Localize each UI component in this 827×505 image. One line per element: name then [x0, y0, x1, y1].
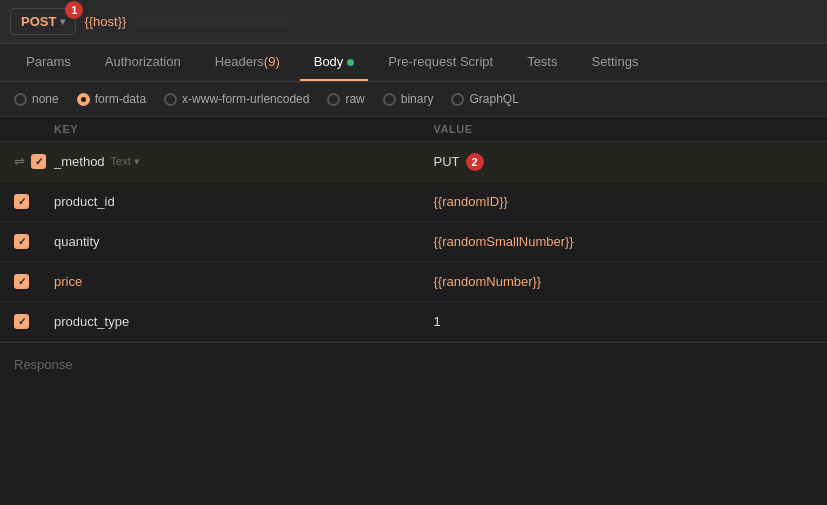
type-badge-1[interactable]: Text ▾ — [111, 155, 140, 168]
radio-urlencoded[interactable]: x-www-form-urlencoded — [164, 92, 309, 106]
table-row: ⇌ _method Text ▾ PUT 2 — [0, 142, 827, 182]
tab-params[interactable]: Params — [12, 44, 85, 81]
col-key-header: KEY — [54, 123, 434, 135]
value-cell-4: {{randomNumber}} — [434, 274, 814, 289]
table-row: product_type 1 — [0, 302, 827, 342]
table-row: quantity {{randomSmallNumber}} — [0, 222, 827, 262]
radio-label-graphql: GraphQL — [469, 92, 518, 106]
url-blurred: ········································… — [134, 14, 817, 29]
value-cell-1: PUT 2 — [434, 153, 814, 171]
radio-raw[interactable]: raw — [327, 92, 364, 106]
radio-binary[interactable]: binary — [383, 92, 434, 106]
row-controls — [14, 274, 54, 289]
radio-label-none: none — [32, 92, 59, 106]
value-text-4: {{randomNumber}} — [434, 274, 542, 289]
value-text-2: {{randomID}} — [434, 194, 508, 209]
body-active-dot — [347, 59, 354, 66]
key-text-3: quantity — [54, 234, 100, 249]
row-controls — [14, 234, 54, 249]
table-row: price {{randomNumber}} — [0, 262, 827, 302]
headers-count: (9) — [264, 54, 280, 69]
url-bar: POST ▾ 1 {{host}} ······················… — [0, 0, 827, 44]
radio-label-form-data: form-data — [95, 92, 146, 106]
method-dropdown[interactable]: POST ▾ 1 — [10, 8, 76, 35]
checkbox-3[interactable] — [14, 234, 29, 249]
tab-headers[interactable]: Headers(9) — [201, 44, 294, 81]
tab-prerequest[interactable]: Pre-request Script — [374, 44, 507, 81]
row-controls — [14, 194, 54, 209]
table-area: KEY VALUE ⇌ _method Text ▾ PUT 2 product… — [0, 117, 827, 342]
radio-circle-form-data — [77, 93, 90, 106]
checkbox-2[interactable] — [14, 194, 29, 209]
table-header: KEY VALUE — [0, 117, 827, 142]
row-controls: ⇌ — [14, 154, 54, 169]
value-text-1: PUT — [434, 154, 460, 169]
value-text-5: 1 — [434, 314, 441, 329]
response-label: Response — [14, 357, 73, 372]
key-text-2: product_id — [54, 194, 115, 209]
tune-icon[interactable]: ⇌ — [14, 154, 25, 169]
key-cell-3: quantity — [54, 234, 434, 249]
radio-label-binary: binary — [401, 92, 434, 106]
radio-circle-urlencoded — [164, 93, 177, 106]
tabs-row: Params Authorization Headers(9) Body Pre… — [0, 44, 827, 82]
value-cell-3: {{randomSmallNumber}} — [434, 234, 814, 249]
key-text-4: price — [54, 274, 82, 289]
row-controls — [14, 314, 54, 329]
tab-settings[interactable]: Settings — [577, 44, 652, 81]
checkbox-1[interactable] — [31, 154, 46, 169]
value-cell-2: {{randomID}} — [434, 194, 814, 209]
key-cell-5: product_type — [54, 314, 434, 329]
key-text-5: product_type — [54, 314, 129, 329]
value-text-3: {{randomSmallNumber}} — [434, 234, 574, 249]
radio-label-raw: raw — [345, 92, 364, 106]
key-cell-2: product_id — [54, 194, 434, 209]
radio-label-urlencoded: x-www-form-urlencoded — [182, 92, 309, 106]
body-type-row: none form-data x-www-form-urlencoded raw… — [0, 82, 827, 117]
radio-graphql[interactable]: GraphQL — [451, 92, 518, 106]
key-cell-1: _method Text ▾ — [54, 154, 434, 169]
badge-2: 2 — [466, 153, 484, 171]
checkbox-4[interactable] — [14, 274, 29, 289]
response-section: Response — [0, 342, 827, 386]
table-row: product_id {{randomID}} — [0, 182, 827, 222]
radio-circle-raw — [327, 93, 340, 106]
radio-circle-binary — [383, 93, 396, 106]
radio-circle-none — [14, 93, 27, 106]
checkbox-5[interactable] — [14, 314, 29, 329]
radio-none[interactable]: none — [14, 92, 59, 106]
url-prefix: {{host}} — [84, 14, 126, 29]
key-text-1: _method — [54, 154, 105, 169]
tab-authorization[interactable]: Authorization — [91, 44, 195, 81]
col-value-header: VALUE — [434, 123, 814, 135]
value-cell-5: 1 — [434, 314, 814, 329]
key-cell-4: price — [54, 274, 434, 289]
method-arrow-icon: ▾ — [60, 16, 65, 27]
badge-1: 1 — [65, 1, 83, 19]
method-label: POST — [21, 14, 56, 29]
radio-form-data[interactable]: form-data — [77, 92, 146, 106]
radio-circle-graphql — [451, 93, 464, 106]
tab-tests[interactable]: Tests — [513, 44, 571, 81]
tab-body[interactable]: Body — [300, 44, 369, 81]
